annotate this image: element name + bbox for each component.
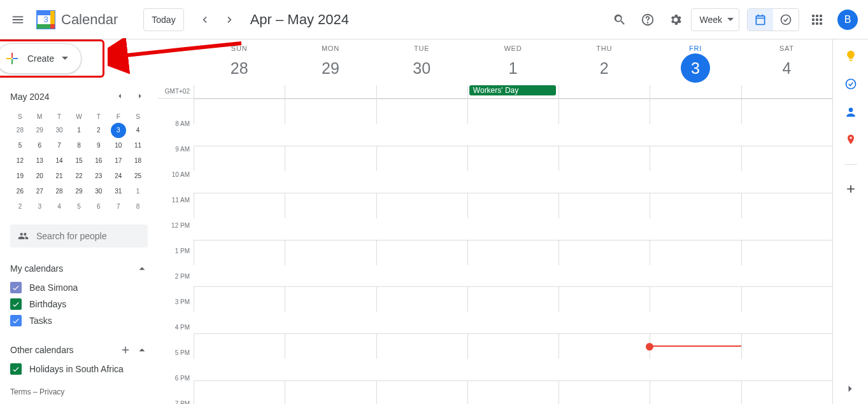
time-cell[interactable]: [559, 146, 650, 171]
keep-icon[interactable]: [844, 50, 857, 62]
mini-day[interactable]: 24: [111, 169, 126, 184]
time-cell[interactable]: [194, 99, 285, 124]
time-cell[interactable]: [467, 240, 559, 265]
time-cell[interactable]: [650, 240, 741, 265]
mini-day[interactable]: 25: [131, 169, 146, 184]
mini-day[interactable]: 18: [131, 153, 146, 169]
day-number[interactable]: 1: [498, 53, 527, 83]
mini-day[interactable]: 26: [12, 184, 27, 199]
day-header[interactable]: THU2: [559, 39, 650, 85]
time-cell[interactable]: [650, 286, 741, 312]
mini-day[interactable]: 17: [111, 153, 126, 169]
day-header[interactable]: FRI3: [650, 39, 741, 85]
mini-day[interactable]: 19: [12, 169, 27, 184]
time-cell[interactable]: [467, 146, 559, 171]
mini-day[interactable]: 28: [12, 123, 27, 138]
maps-icon[interactable]: [844, 134, 857, 146]
mini-day[interactable]: 3: [111, 123, 126, 138]
today-button[interactable]: Today: [143, 8, 183, 31]
time-cell[interactable]: [467, 380, 559, 404]
calendar-item[interactable]: Tasks: [10, 312, 148, 329]
day-number[interactable]: 28: [225, 53, 254, 83]
time-cell[interactable]: [285, 193, 376, 218]
time-cell[interactable]: [285, 333, 376, 359]
time-cell[interactable]: [194, 146, 285, 171]
checkbox-icon[interactable]: [10, 315, 22, 326]
collapse-panel-button[interactable]: [844, 382, 857, 398]
mini-day[interactable]: 27: [32, 184, 47, 199]
time-cell[interactable]: [741, 333, 832, 359]
mini-day[interactable]: 21: [52, 169, 67, 184]
mini-day[interactable]: 2: [91, 123, 106, 138]
mini-day[interactable]: 28: [52, 184, 67, 199]
mini-day[interactable]: 8: [71, 138, 87, 153]
mini-day[interactable]: 9: [91, 138, 106, 153]
add-addon-button[interactable]: [844, 183, 857, 195]
time-cell[interactable]: [650, 99, 741, 124]
time-cell[interactable]: [650, 380, 741, 404]
time-cell[interactable]: [559, 380, 650, 404]
time-cell[interactable]: [194, 193, 285, 218]
day-header[interactable]: SAT4: [741, 39, 832, 85]
search-people[interactable]: [10, 225, 148, 247]
time-cell[interactable]: [285, 146, 376, 171]
mini-day[interactable]: 1: [131, 184, 146, 199]
time-cell[interactable]: [559, 99, 650, 124]
support-button[interactable]: [635, 7, 660, 32]
day-number[interactable]: 4: [772, 53, 801, 83]
allday-cell[interactable]: [285, 85, 376, 98]
time-cell[interactable]: [285, 286, 376, 312]
day-header[interactable]: SUN28: [194, 39, 285, 85]
mini-day[interactable]: 30: [91, 184, 106, 199]
time-cell[interactable]: [376, 99, 467, 124]
time-cell[interactable]: [741, 380, 832, 404]
tasks-icon[interactable]: [844, 78, 857, 90]
settings-button[interactable]: [663, 7, 688, 32]
time-cell[interactable]: [559, 240, 650, 265]
mini-day[interactable]: 29: [32, 123, 47, 138]
mini-day[interactable]: 11: [131, 138, 146, 153]
mini-day[interactable]: 13: [32, 153, 47, 169]
mini-day[interactable]: 6: [91, 199, 106, 214]
search-people-input[interactable]: [36, 231, 140, 241]
mini-next-button[interactable]: [132, 89, 148, 104]
time-cell[interactable]: [467, 193, 559, 218]
time-cell[interactable]: [650, 146, 741, 171]
allday-cell[interactable]: [194, 85, 285, 98]
mini-day[interactable]: 5: [12, 138, 27, 153]
time-cell[interactable]: [194, 380, 285, 404]
day-header[interactable]: TUE30: [376, 39, 467, 85]
time-cell[interactable]: [285, 99, 376, 124]
contacts-icon[interactable]: [844, 106, 857, 118]
time-cell[interactable]: [741, 193, 832, 218]
calendar-item[interactable]: Bea Simona: [10, 279, 148, 296]
mini-day[interactable]: 8: [131, 199, 146, 214]
mini-day[interactable]: 6: [32, 138, 47, 153]
time-cell[interactable]: [559, 286, 650, 312]
time-cell[interactable]: [376, 240, 467, 265]
time-cell[interactable]: [741, 146, 832, 171]
time-cell[interactable]: [376, 146, 467, 171]
time-cell[interactable]: [285, 240, 376, 265]
time-cell[interactable]: [376, 333, 467, 359]
day-number[interactable]: 30: [407, 53, 436, 83]
calendar-view-toggle[interactable]: [748, 9, 773, 31]
time-cell[interactable]: [741, 99, 832, 124]
mini-day[interactable]: 16: [91, 153, 106, 169]
allday-cell[interactable]: Workers' Day: [467, 85, 559, 98]
allday-cell[interactable]: [376, 85, 467, 98]
privacy-link[interactable]: Privacy: [39, 387, 64, 396]
mini-day[interactable]: 2: [12, 199, 27, 214]
mini-day[interactable]: 31: [111, 184, 126, 199]
mini-day[interactable]: 20: [32, 169, 47, 184]
mini-day[interactable]: 1: [71, 123, 87, 138]
allday-cell[interactable]: [559, 85, 650, 98]
account-avatar[interactable]: B: [837, 10, 858, 30]
time-cell[interactable]: [559, 193, 650, 218]
create-button[interactable]: Create: [0, 43, 82, 74]
mini-day[interactable]: 23: [91, 169, 106, 184]
next-week-button[interactable]: [217, 7, 243, 32]
day-header[interactable]: WED1: [467, 39, 559, 85]
my-calendars-header[interactable]: My calendars: [10, 260, 148, 277]
calendar-item[interactable]: Birthdays: [10, 296, 148, 312]
